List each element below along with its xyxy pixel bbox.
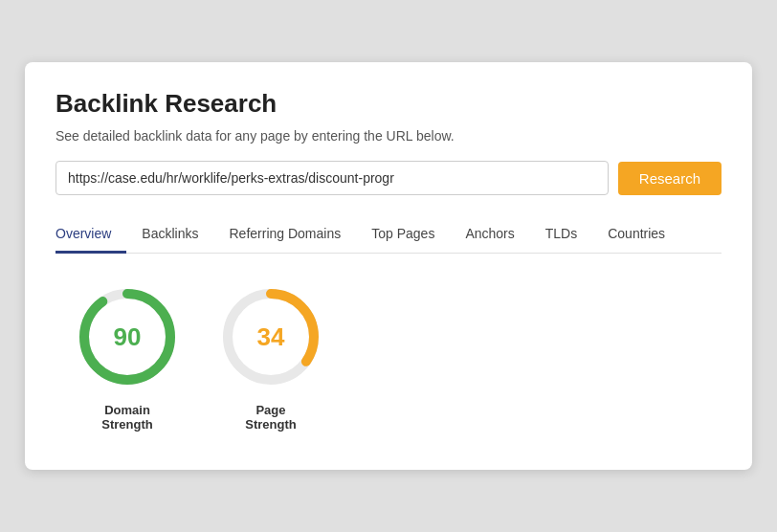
tabs-nav: Overview Backlinks Referring Domains Top…	[56, 216, 722, 254]
tab-top-pages[interactable]: Top Pages	[356, 216, 450, 254]
domain-strength-value: 90	[114, 322, 142, 352]
domain-strength-metric: 90 Domain Strength	[75, 284, 180, 432]
domain-strength-label: Domain Strength	[101, 403, 152, 432]
tab-backlinks[interactable]: Backlinks	[126, 216, 213, 254]
metrics-row: 90 Domain Strength 34 Page Strength	[56, 284, 722, 432]
tab-referring-domains[interactable]: Referring Domains	[214, 216, 357, 254]
tab-overview[interactable]: Overview	[56, 216, 126, 254]
tab-anchors[interactable]: Anchors	[450, 216, 529, 254]
page-strength-label: Page Strength	[245, 403, 296, 432]
page-strength-metric: 34 Page Strength	[218, 284, 323, 432]
subtitle: See detailed backlink data for any page …	[56, 128, 722, 144]
page-title: Backlink Research	[56, 89, 722, 119]
research-button[interactable]: Research	[618, 162, 722, 195]
domain-strength-circle: 90	[75, 284, 180, 389]
url-input[interactable]	[56, 161, 609, 195]
tab-countries[interactable]: Countries	[592, 216, 680, 254]
search-row: Research	[56, 161, 722, 195]
tab-tlds[interactable]: TLDs	[530, 216, 592, 254]
page-strength-value: 34	[257, 322, 285, 352]
page-strength-circle: 34	[218, 284, 323, 389]
main-card: Backlink Research See detailed backlink …	[25, 62, 752, 470]
